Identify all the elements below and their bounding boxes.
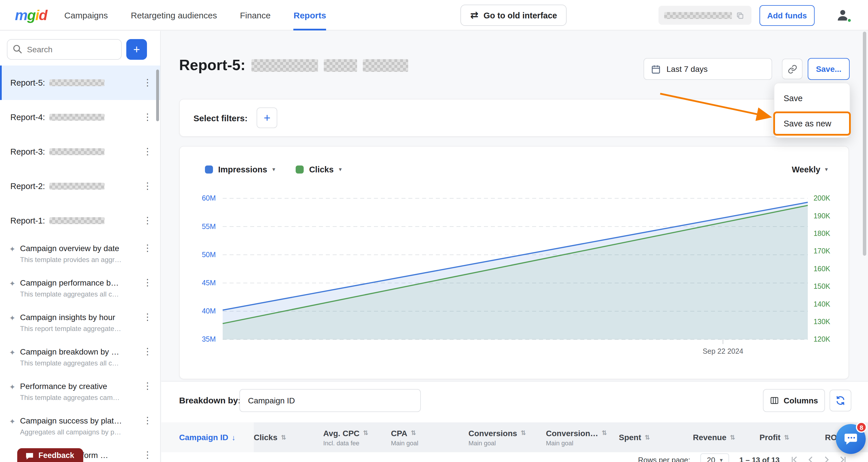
chevron-down-icon: ▾ (825, 167, 828, 172)
new-report-button[interactable]: + (126, 39, 147, 60)
sparkles-icon: ✦ (9, 348, 16, 357)
sidebar-template-item[interactable]: ✦ Campaign insights by hour This report … (0, 307, 160, 341)
first-page-button[interactable] (790, 455, 799, 462)
legend-impressions[interactable]: Impressions ▾ (205, 165, 275, 174)
column-header-clicks[interactable]: Clicks⇅ (254, 422, 323, 452)
date-range-picker[interactable]: Last 7 days (644, 58, 772, 80)
previous-page-button[interactable] (806, 455, 815, 462)
breakdown-select[interactable]: Campaign ID (239, 389, 421, 412)
kebab-menu-icon[interactable]: ⋮ (143, 451, 152, 460)
nav-retargeting-audiences[interactable]: Retargeting audiences (131, 0, 217, 30)
sidebar-template-item[interactable]: ✦ Performance by creative This template … (0, 376, 160, 410)
legend-label: Clicks (309, 165, 334, 174)
rows-per-page-select[interactable]: 20 ▾ (701, 453, 729, 462)
calendar-icon (651, 64, 661, 74)
kebab-menu-icon[interactable]: ⋮ (143, 381, 152, 391)
menu-item-save-as-new[interactable]: Save as new (773, 112, 851, 136)
chevron-down-icon: ▾ (720, 457, 723, 462)
kebab-menu-icon[interactable]: ⋮ (143, 243, 152, 253)
redacted-title-text (323, 59, 357, 71)
sidebar-template-item[interactable]: ✦ Campaign overview by date This templat… (0, 238, 160, 272)
svg-text:45M: 45M (202, 279, 216, 287)
kebab-menu-icon[interactable]: ⋮ (143, 216, 152, 225)
kebab-menu-icon[interactable]: ⋮ (143, 147, 152, 156)
copy-icon[interactable] (737, 12, 743, 19)
mgid-logo[interactable]: mgid (15, 7, 47, 24)
sort-icon[interactable]: ⇅ (784, 434, 789, 441)
feedback-bubble-icon (25, 452, 34, 460)
sort-icon[interactable]: ⇅ (411, 429, 416, 437)
kebab-menu-icon[interactable]: ⋮ (143, 416, 152, 425)
column-header-conversion-rate[interactable]: Conversion…⇅ Main goal (546, 422, 619, 452)
last-page-button[interactable] (838, 455, 847, 462)
column-header-profit[interactable]: Profit⇅ (760, 422, 825, 452)
svg-text:200K: 200K (813, 194, 830, 202)
nav-campaigns[interactable]: Campaigns (64, 0, 108, 30)
search-input[interactable] (7, 39, 122, 60)
user-avatar[interactable] (835, 7, 851, 24)
next-page-button[interactable] (822, 455, 831, 462)
sidebar-report-3[interactable]: Report-3: ⋮ (0, 135, 160, 169)
sort-icon[interactable]: ⇅ (601, 429, 607, 437)
sidebar-report-2[interactable]: Report-2: ⋮ (0, 169, 160, 203)
sidebar-template-item[interactable]: ✦ Campaign breakdown by c… This template… (0, 341, 160, 376)
add-filter-button[interactable]: + (257, 108, 277, 128)
sidebar-report-4[interactable]: Report-4: ⋮ (0, 100, 160, 135)
sidebar-report-1[interactable]: Report-1: ⋮ (0, 203, 160, 238)
column-header-campaign-id[interactable]: Campaign ID↓ (161, 422, 254, 452)
sparkles-icon: ✦ (9, 417, 16, 426)
column-header-cpa[interactable]: CPA⇅ Main goal (391, 422, 468, 452)
svg-text:40M: 40M (202, 307, 216, 315)
sparkles-icon: ✦ (9, 383, 16, 391)
granularity-select[interactable]: Weekly ▾ (792, 165, 828, 174)
template-title: Performance by creative (20, 381, 122, 391)
sort-asc-icon[interactable]: ↓ (231, 433, 236, 442)
nav-finance[interactable]: Finance (240, 0, 271, 30)
sort-icon[interactable]: ⇅ (521, 429, 526, 437)
legend-clicks[interactable]: Clicks ▾ (296, 165, 342, 174)
sidebar-template-item[interactable]: ✦ Campaign performance by… This template… (0, 272, 160, 307)
go-to-old-interface-button[interactable]: ⇄ Go to old interface (460, 5, 567, 26)
column-header-avg-cpc[interactable]: Avg. CPC⇅ Incl. data fee (323, 422, 391, 452)
redacted-text (50, 217, 105, 224)
logo-letter: m (15, 7, 27, 23)
account-info[interactable] (658, 6, 751, 25)
template-description: This template aggregates all campai… (20, 359, 122, 367)
columns-button[interactable]: Columns (763, 389, 825, 412)
sparkles-icon: ✦ (9, 279, 16, 288)
column-header-revenue[interactable]: Revenue⇅ (693, 422, 760, 452)
refresh-button[interactable] (830, 389, 851, 411)
window-scrollbar[interactable] (863, 32, 866, 256)
sort-icon[interactable]: ⇅ (363, 429, 368, 437)
add-funds-button[interactable]: Add funds (760, 5, 815, 26)
kebab-menu-icon[interactable]: ⋮ (143, 278, 152, 287)
feedback-button[interactable]: Feedback (17, 448, 84, 462)
template-title: Campaign success by plat… (20, 416, 122, 425)
template-description: Aggregates all campaigns by platfor… (20, 428, 122, 436)
column-header-spent[interactable]: Spent⇅ (619, 422, 693, 452)
kebab-menu-icon[interactable]: ⋮ (143, 347, 152, 356)
chevron-down-icon: ▾ (272, 167, 275, 172)
sort-icon[interactable]: ⇅ (645, 434, 650, 441)
nav-reports[interactable]: Reports (293, 0, 326, 30)
chat-widget-button[interactable]: 8 (836, 424, 866, 454)
kebab-menu-icon[interactable]: ⋮ (143, 113, 152, 122)
kebab-menu-icon[interactable]: ⋮ (143, 181, 152, 191)
sidebar-report-5[interactable]: Report-5: ⋮ (0, 65, 160, 100)
save-button[interactable]: Save... (808, 58, 849, 80)
main-nav: Campaigns Retargeting audiences Finance … (64, 0, 326, 30)
kebab-menu-icon[interactable]: ⋮ (143, 313, 152, 322)
svg-text:170K: 170K (813, 247, 830, 255)
reports-sidebar: + Report-5: ⋮ Report-4: ⋮ Report-3: ⋮ Re… (0, 31, 161, 462)
template-title: Campaign overview by date (20, 243, 122, 253)
sidebar-scrollbar[interactable] (156, 69, 159, 121)
sort-icon[interactable]: ⇅ (730, 434, 735, 441)
menu-item-save[interactable]: Save (774, 86, 849, 110)
kebab-menu-icon[interactable]: ⋮ (143, 78, 152, 87)
share-link-button[interactable] (782, 59, 803, 79)
column-header-conversions[interactable]: Conversions⇅ Main goal (468, 422, 546, 452)
svg-text:120K: 120K (813, 335, 830, 343)
sidebar-template-item[interactable]: ✦ Campaign success by plat… Aggregates a… (0, 410, 160, 445)
sort-icon[interactable]: ⇅ (281, 434, 286, 441)
svg-text:190K: 190K (813, 212, 830, 220)
